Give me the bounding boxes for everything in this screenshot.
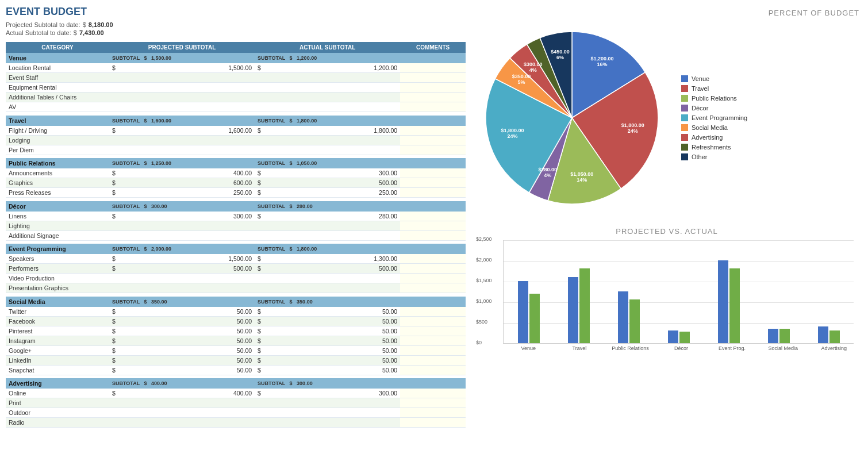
right-panel: PERCENT OF BUDGET $1,200.0016%$1,800.002… — [471, 6, 862, 463]
act-dollar — [255, 135, 264, 145]
proj-value: 50.00 — [118, 316, 255, 326]
proj-dollar — [109, 274, 118, 283]
category-header-row: Venue SUBTOTAL $ 1,500.00 SUBTOTAL $ 1,2… — [6, 53, 466, 63]
pie-section: $1,200.0016%$1,800.0024%$1,050.0014%$280… — [474, 20, 859, 216]
table-row: Twitter $ 50.00 $ 50.00 — [6, 307, 466, 317]
bar-group — [718, 260, 740, 343]
pie-legend: Venue Travel Public Relations Décor Even… — [681, 75, 747, 160]
table-row: Event Staff — [6, 73, 466, 83]
legend-color-box — [681, 144, 688, 151]
legend-label: Other — [692, 153, 708, 160]
bar-group — [668, 330, 690, 343]
table-row: Equipment Rental — [6, 83, 466, 93]
act-dollar: $ — [255, 316, 264, 326]
legend-item: Public Relations — [681, 95, 747, 102]
comment-cell — [400, 178, 466, 188]
y-axis-label: $1,000 — [476, 298, 492, 304]
act-value: 500.00 — [264, 178, 400, 188]
comment-cell — [400, 283, 466, 293]
comment-cell — [400, 408, 466, 418]
proj-value — [118, 283, 255, 293]
legend-color-box — [681, 75, 688, 82]
projected-bar — [718, 260, 728, 343]
bar-group — [768, 329, 790, 343]
actual-label: Actual Subtotal to date: — [6, 29, 71, 36]
category-header-row: Social Media SUBTOTAL $ 350.00 SUBTOTAL … — [6, 297, 466, 307]
table-row: Video Production — [6, 274, 466, 283]
y-axis-label: $2,000 — [476, 257, 492, 263]
table-row: Additional Tables / Chairs — [6, 93, 466, 102]
legend-color-box — [681, 153, 688, 160]
actual-bar — [579, 268, 590, 343]
act-value: 280.00 — [264, 212, 400, 221]
act-dollar — [255, 230, 264, 240]
proj-dollar: $ — [109, 389, 118, 398]
bar-category-label: Social Media — [758, 345, 809, 351]
table-row: Print — [6, 398, 466, 408]
table-row: Radio — [6, 418, 466, 428]
bar-category-label: Event Prog. — [706, 345, 758, 351]
table-row: Google+ $ 50.00 $ 50.00 — [6, 345, 466, 355]
legend-color-box — [681, 134, 688, 141]
act-subtotal-cell: SUBTOTAL $ 300.00 — [255, 378, 400, 389]
comment-cell — [400, 254, 466, 264]
proj-subtotal-cell: SUBTOTAL $ 1,250.00 — [109, 158, 255, 168]
th-actual: ACTUAL SUBTOTAL — [255, 42, 400, 53]
row-name: Radio — [6, 418, 109, 428]
proj-value — [118, 135, 255, 145]
act-value: 50.00 — [264, 355, 400, 365]
table-row: Lodging — [6, 135, 466, 145]
row-name: Speakers — [6, 254, 109, 264]
table-row: LinkedIn $ 50.00 $ 50.00 — [6, 355, 466, 365]
comment-cell — [400, 336, 466, 345]
proj-subtotal-cell: SUBTOTAL $ 1,500.00 — [109, 53, 255, 63]
comment-cell — [400, 274, 466, 283]
act-value — [264, 145, 400, 155]
proj-dollar: $ — [109, 345, 118, 355]
act-dollar — [255, 93, 264, 102]
proj-dollar: $ — [109, 307, 118, 317]
act-dollar — [255, 145, 264, 155]
proj-dollar — [109, 135, 118, 145]
proj-dollar — [109, 230, 118, 240]
proj-dollar: $ — [109, 316, 118, 326]
th-category: CATEGORY — [6, 42, 109, 53]
table-row: Performers $ 500.00 $ 500.00 — [6, 264, 466, 274]
comment-cell — [400, 316, 466, 326]
table-row: Online $ 400.00 $ 300.00 — [6, 389, 466, 398]
actual-bar — [679, 332, 690, 343]
budget-table: CATEGORY PROJECTED SUBTOTAL ACTUAL SUBTO… — [6, 42, 466, 431]
left-panel: EVENT BUDGET Projected Subtotal to date:… — [6, 6, 466, 463]
comment-cell — [400, 221, 466, 230]
y-axis-label: $1,500 — [476, 278, 492, 283]
act-dollar: $ — [255, 365, 264, 375]
act-value: 300.00 — [264, 389, 400, 398]
act-dollar: $ — [255, 254, 264, 264]
proj-dollar: $ — [109, 365, 118, 375]
table-row: Location Rental $ 1,500.00 $ 1,200.00 — [6, 63, 466, 73]
y-axis-label: $500 — [476, 319, 487, 325]
proj-value: 50.00 — [118, 336, 255, 345]
projected-value: 8,180.00 — [89, 21, 113, 28]
proj-value — [118, 398, 255, 408]
legend-label: Advertising — [692, 134, 723, 141]
table-row: Pinterest $ 50.00 $ 50.00 — [6, 326, 466, 336]
bar-category-label: Décor — [656, 345, 707, 351]
table-row: Per Diem — [6, 145, 466, 155]
comment-cell — [400, 355, 466, 365]
legend-item: Venue — [681, 75, 747, 82]
th-comments: COMMENTS — [400, 42, 466, 53]
row-name: Presentation Graphics — [6, 283, 109, 293]
comment-cell — [400, 83, 466, 93]
row-name: Linens — [6, 212, 109, 221]
bar-chart-wrapper: $2,500$2,000$1,500$1,000$500$0 VenueTrav… — [474, 240, 859, 351]
proj-value: 1,500.00 — [118, 254, 255, 264]
proj-subtotal-cell: SUBTOTAL $ 1,600.00 — [109, 116, 255, 126]
bar-chart-area: $2,500$2,000$1,500$1,000$500$0 — [503, 240, 854, 344]
proj-value: 500.00 — [118, 264, 255, 274]
projected-bar — [518, 281, 528, 343]
table-row: Press Releases $ 250.00 $ 250.00 — [6, 188, 466, 198]
proj-dollar: $ — [109, 336, 118, 345]
act-dollar: $ — [255, 389, 264, 398]
projected-bar — [768, 329, 778, 343]
